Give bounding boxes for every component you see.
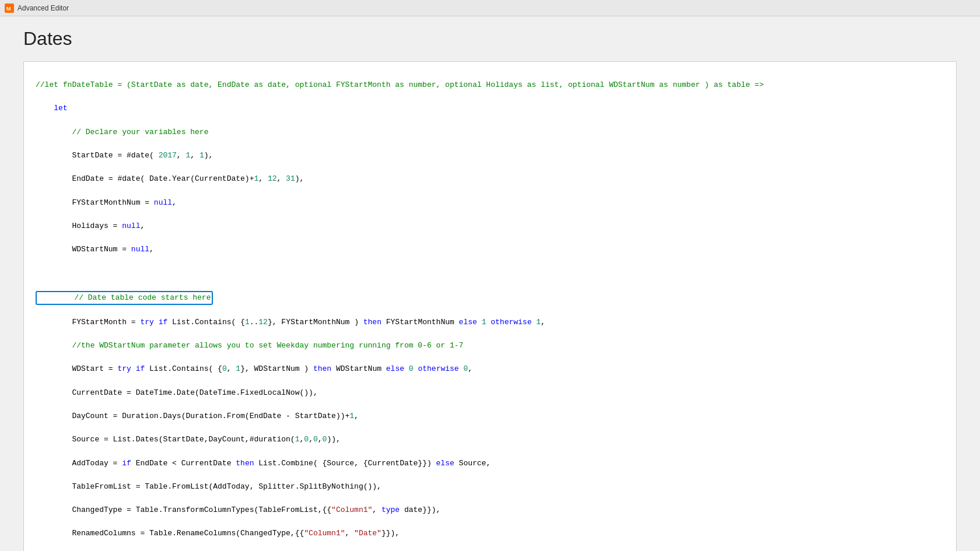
app-icon: M: [5, 3, 14, 13]
title-bar: M Advanced Editor: [0, 0, 980, 16]
code-editor[interactable]: //let fnDateTable = (StartDate as date, …: [23, 61, 957, 551]
page-title: Dates: [23, 28, 957, 50]
app-title: Advanced Editor: [18, 4, 69, 12]
page-header: Dates: [0, 16, 980, 55]
svg-text:M: M: [6, 6, 11, 12]
code-content: //let fnDateTable = (StartDate as date, …: [24, 68, 956, 551]
